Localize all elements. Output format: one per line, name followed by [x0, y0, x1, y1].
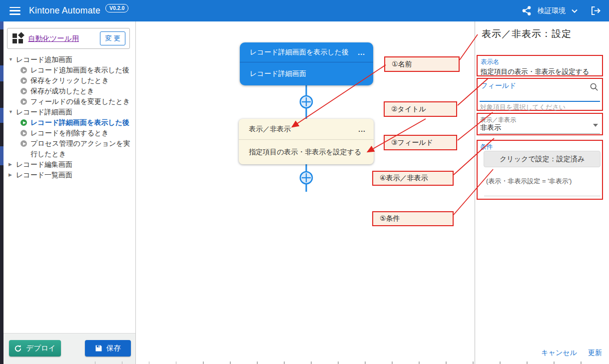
- deploy-button[interactable]: デプロイ: [9, 340, 61, 357]
- save-button[interactable]: 保存: [85, 340, 131, 357]
- version-badge: V0.2.0: [105, 4, 128, 12]
- event-play-icon: [20, 130, 27, 136]
- caret-right-icon: ▶: [8, 170, 16, 180]
- annotation-field: ③フィールド: [384, 135, 457, 150]
- display-name-group: 表示名 指定項目の表示・非表示を設定する: [477, 55, 603, 76]
- event-play-icon: [20, 140, 27, 147]
- dropdown-caret-icon[interactable]: [593, 124, 598, 127]
- select-underline: [480, 133, 600, 134]
- flow-node-action[interactable]: 表示／非表示 ... 指定項目の表示・非表示を設定する: [239, 119, 374, 164]
- cancel-button[interactable]: キャンセル: [541, 349, 577, 358]
- condition-label: 条件: [480, 143, 493, 151]
- tree-item[interactable]: プロセス管理のアクションを実行したとき: [3, 138, 135, 159]
- node-subtitle: レコード詳細画面: [250, 69, 306, 78]
- node-subtitle: 指定項目の表示・非表示を設定する: [249, 148, 361, 157]
- event-play-icon-active: [20, 119, 27, 126]
- save-icon: [95, 345, 102, 352]
- caret-right-icon: ▶: [8, 159, 16, 170]
- sidebar: 自動化ツール用 変 更 ▼レコード追加画面 レコード追加画面を表示した後 保存を…: [3, 21, 136, 364]
- visibility-select[interactable]: 非表示: [480, 123, 501, 132]
- caret-down-icon: ▼: [8, 54, 16, 65]
- divider: [484, 196, 601, 196]
- display-name-label: 表示名: [481, 58, 599, 66]
- node-menu-icon[interactable]: ...: [358, 48, 365, 56]
- tree-group-record-detail[interactable]: ▼レコード詳細画面: [3, 107, 135, 117]
- settings-panel: 表示／非表示：設定 表示名 指定項目の表示・非表示を設定する フィールド 対象項…: [475, 21, 609, 364]
- tree-group-record-edit[interactable]: ▶レコード編集画面: [3, 159, 135, 170]
- update-button[interactable]: 更新: [588, 349, 602, 358]
- search-icon[interactable]: [590, 82, 599, 93]
- sidebar-footer: デプロイ 保存: [3, 333, 135, 364]
- visibility-group: 表示／非表示 非表示: [477, 113, 603, 135]
- condition-set-button[interactable]: クリックで設定：設定済み: [484, 151, 601, 167]
- field-label: フィールド: [481, 81, 516, 90]
- menu-icon[interactable]: [9, 7, 20, 15]
- app-icon: [12, 33, 23, 44]
- caret-down-icon: ▼: [8, 107, 16, 117]
- tree-item[interactable]: 保存をクリックしたとき: [3, 75, 135, 86]
- tree-item[interactable]: 保存が成功したとき: [3, 86, 135, 96]
- node-title: 表示／非表示: [249, 125, 291, 134]
- annotation-visibility: ④表示／非表示: [372, 171, 454, 186]
- sync-icon: [14, 345, 22, 353]
- app-header: Kintone Automate V0.2.0 検証環境: [0, 0, 609, 21]
- event-tree: ▼レコード追加画面 レコード追加画面を表示した後 保存をクリックしたとき 保存が…: [3, 54, 135, 180]
- event-play-icon: [20, 98, 27, 105]
- annotation-condition: ⑤条件: [372, 211, 454, 226]
- scrollbar-ticks: [95, 362, 601, 364]
- event-play-icon: [20, 67, 27, 73]
- field-group: フィールド 対象項目を選択してください: [477, 78, 603, 111]
- logout-icon[interactable]: [591, 6, 601, 15]
- tree-item[interactable]: レコード追加画面を表示した後: [3, 65, 135, 75]
- environment-selector[interactable]: 検証環境: [538, 6, 566, 15]
- tree-item[interactable]: レコードを削除するとき: [3, 128, 135, 138]
- event-play-icon: [20, 77, 27, 84]
- app-title: Kintone Automate: [29, 5, 100, 16]
- change-app-button[interactable]: 変 更: [100, 31, 125, 45]
- event-play-icon: [20, 88, 27, 94]
- flow-canvas: レコード詳細画面を表示した後 ... レコード詳細画面 表示／非表示 ... 指…: [136, 21, 475, 364]
- window-edge-strip: [0, 21, 3, 364]
- condition-expression: (表示・非表示設定 = '非表示'): [486, 177, 572, 186]
- annotation-title: ②タイトル: [384, 101, 457, 117]
- condition-group: 条件 クリックで設定：設定済み (表示・非表示設定 = '非表示'): [477, 140, 603, 200]
- tree-item-active[interactable]: レコード詳細画面を表示した後: [3, 117, 135, 128]
- flow-node-trigger[interactable]: レコード詳細画面を表示した後 ... レコード詳細画面: [240, 42, 373, 85]
- tree-group-record-add[interactable]: ▼レコード追加画面: [3, 54, 135, 65]
- share-icon[interactable]: [522, 6, 532, 15]
- display-name-value[interactable]: 指定項目の表示・非表示を設定する: [481, 67, 599, 76]
- tree-item[interactable]: フィールドの値を変更したとき: [3, 96, 135, 107]
- app-name-link[interactable]: 自動化ツール用: [28, 34, 79, 43]
- tree-group-record-list[interactable]: ▶レコード一覧画面: [3, 170, 135, 180]
- node-menu-icon[interactable]: ...: [358, 125, 366, 133]
- app-card: 自動化ツール用 変 更: [7, 28, 130, 49]
- kintone-automate-window: Kintone Automate V0.2.0 検証環境: [0, 0, 609, 364]
- annotation-name: ①名前: [384, 56, 460, 72]
- chevron-down-icon[interactable]: [572, 9, 578, 13]
- field-input[interactable]: [480, 101, 600, 102]
- node-title: レコード詳細画面を表示した後: [250, 48, 349, 57]
- field-helper-text: 対象項目を選択してください: [480, 103, 566, 112]
- panel-title: 表示／非表示：設定: [482, 27, 572, 40]
